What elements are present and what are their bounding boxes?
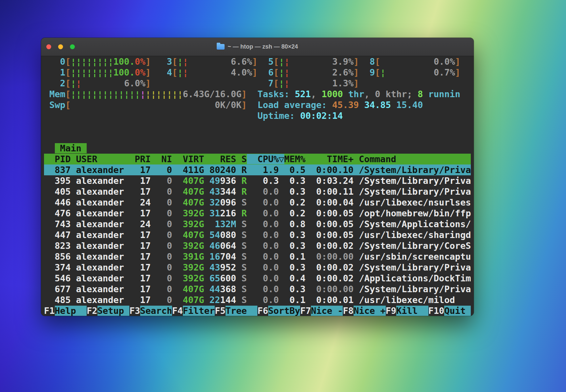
function-key-label-F10[interactable]: Quit <box>444 306 471 316</box>
mem-cell[interactable]: 0.3 <box>279 241 305 251</box>
process-row[interactable]: 823 alexander 17 0 392G 46064 S 0.0 0.3 … <box>44 240 471 251</box>
pri-cell[interactable]: 17 <box>129 208 151 218</box>
terminal-screen[interactable]: 0[¦¦¦¦¦¦¦¦100.0%] 3[¦¦ 6.6%] 5[¦¦ 3.9%] … <box>41 56 474 316</box>
zoom-button[interactable] <box>70 44 75 49</box>
function-key-label-F3[interactable]: Search <box>140 306 172 316</box>
state-cell[interactable]: R <box>236 186 247 197</box>
res-cell[interactable]: 132M <box>204 219 236 229</box>
mem-cell[interactable]: 0.4 <box>279 273 305 283</box>
virt-cell[interactable]: 392G <box>172 219 204 229</box>
cpu-cell[interactable]: 0.0 <box>247 251 279 262</box>
command-cell[interactable]: /usr/sbin/screencaptu <box>354 251 471 262</box>
process-row[interactable]: 677 alexander 17 0 407G 44368 S 0.0 0.3 … <box>44 284 471 294</box>
process-row[interactable]: 485 alexander 17 0 407G 22144 S 0.0 0.1 … <box>44 294 471 305</box>
virt-cell[interactable]: 407G <box>172 295 204 305</box>
function-key-label-F8[interactable]: Nice + <box>354 306 386 316</box>
virt-cell[interactable]: 407G <box>172 230 204 240</box>
time-cell[interactable]: 0:00.02 <box>306 241 354 251</box>
process-row[interactable]: 476 alexander 17 0 392G 31216 R 0.0 0.2 … <box>44 208 471 219</box>
pid-cell[interactable]: 405 <box>44 186 71 197</box>
state-cell[interactable]: S <box>236 284 247 294</box>
command-cell[interactable]: /System/Library/Priva <box>354 262 471 272</box>
terminal-text-segment[interactable]: PID USER PRI NI VIRT RES S <box>44 154 247 164</box>
function-key-F2[interactable]: F2 <box>87 306 98 316</box>
pid-cell[interactable]: 485 <box>44 295 71 305</box>
terminal-text-segment[interactable] <box>44 143 55 153</box>
pid-cell[interactable]: 395 <box>44 176 71 186</box>
ni-cell[interactable]: 0 <box>151 176 172 186</box>
minimize-button[interactable] <box>58 44 63 49</box>
res-cell[interactable]: 144 <box>220 295 236 305</box>
state-cell[interactable]: S <box>236 262 247 272</box>
res-cell[interactable]: 096 <box>220 197 236 207</box>
process-row[interactable]: 546 alexander 17 0 392G 65600 S 0.0 0.4 … <box>44 273 471 284</box>
terminal-text-segment[interactable]: CPU%▽ <box>247 154 284 164</box>
time-cell[interactable]: 0:00.04 <box>306 197 354 207</box>
user-cell[interactable]: alexander <box>71 273 129 283</box>
state-cell[interactable]: S <box>236 273 247 283</box>
pri-cell[interactable]: 17 <box>129 186 151 197</box>
pid-cell[interactable]: 447 <box>44 230 71 240</box>
ni-cell[interactable]: 0 <box>151 251 172 262</box>
process-row[interactable]: 446 alexander 24 0 407G 32096 S 0.0 0.2 … <box>44 197 471 208</box>
process-row[interactable]: 447 alexander 17 0 407G 54080 S 0.0 0.3 … <box>44 229 471 240</box>
pri-cell[interactable]: 17 <box>129 251 151 262</box>
mem-cell[interactable]: 0.3 <box>279 176 305 186</box>
terminal-text-segment[interactable]: MEM% TIME+ Command <box>284 154 471 164</box>
function-key-label-F1[interactable]: Help <box>55 306 87 316</box>
virt-cell[interactable]: 392G <box>172 262 204 272</box>
res-cell[interactable]: 16 <box>204 251 220 262</box>
command-cell[interactable]: /System/Library/Priva <box>354 186 471 197</box>
pid-cell[interactable]: 446 <box>44 197 71 207</box>
close-button[interactable] <box>46 44 51 49</box>
pid-cell[interactable]: 856 <box>44 251 71 262</box>
pid-cell[interactable]: 823 <box>44 241 71 251</box>
function-key-F10[interactable]: F10 <box>428 306 445 316</box>
command-cell[interactable]: /System/Applications/ <box>354 219 471 229</box>
cpu-cell[interactable]: 0.0 <box>247 284 279 294</box>
function-key-label-F2[interactable]: Setup <box>98 306 130 316</box>
user-cell[interactable]: alexander <box>71 208 129 218</box>
pri-cell[interactable]: 24 <box>129 219 151 229</box>
time-cell[interactable]: 0:00.00 <box>306 251 354 262</box>
pri-cell[interactable]: 17 <box>129 284 151 294</box>
virt-cell[interactable]: 392G <box>172 273 204 283</box>
time-cell[interactable]: 0:00.00 <box>306 284 354 294</box>
mem-cell[interactable]: 0.2 <box>279 208 305 218</box>
virt-cell[interactable]: 407G <box>172 197 204 207</box>
function-key-F5[interactable]: F5 <box>215 306 226 316</box>
command-cell[interactable]: /Applications/DockTim <box>354 273 471 283</box>
state-cell[interactable]: S <box>236 251 247 262</box>
ni-cell[interactable]: 0 <box>151 219 172 229</box>
res-cell[interactable]: 080 <box>220 230 236 240</box>
res-cell[interactable]: 216 <box>220 208 236 218</box>
pri-cell[interactable]: 17 <box>129 230 151 240</box>
state-cell[interactable]: S <box>236 230 247 240</box>
time-cell[interactable]: 0:00.02 <box>306 262 354 272</box>
mem-cell[interactable]: 0.2 <box>279 197 305 207</box>
process-row[interactable]: 743 alexander 24 0 392G 132M S 0.0 0.8 0… <box>44 219 471 229</box>
res-cell[interactable]: 43 <box>204 186 220 197</box>
command-cell[interactable]: /usr/libexec/nsurlses <box>354 197 471 207</box>
process-row[interactable]: 395 alexander 17 0 407G 49936 R 0.3 0.3 … <box>44 175 471 186</box>
virt-cell[interactable]: 392G <box>172 208 204 218</box>
virt-cell[interactable]: 407G <box>172 186 204 197</box>
ni-cell[interactable]: 0 <box>151 186 172 197</box>
res-cell[interactable]: 31 <box>204 208 220 218</box>
user-cell[interactable]: alexander <box>71 251 129 262</box>
function-key-F7[interactable]: F7 <box>300 306 311 316</box>
pid-cell[interactable]: 546 <box>44 273 71 283</box>
selected-process-row-text[interactable]: 837 alexander 17 0 411G 80240 R 1.9 0.5 … <box>44 165 471 175</box>
state-cell[interactable]: S <box>236 295 247 305</box>
process-table-header[interactable]: PID USER PRI NI VIRT RES S CPU%▽MEM% TIM… <box>44 154 471 164</box>
user-cell[interactable]: alexander <box>71 262 129 272</box>
user-cell[interactable]: alexander <box>71 284 129 294</box>
user-cell[interactable]: alexander <box>71 241 129 251</box>
function-key-F3[interactable]: F3 <box>129 306 140 316</box>
ni-cell[interactable]: 0 <box>151 230 172 240</box>
function-key-F6[interactable]: F6 <box>257 306 268 316</box>
function-key-label-F5[interactable]: Tree <box>226 306 258 316</box>
function-key-F9[interactable]: F9 <box>386 306 397 316</box>
res-cell[interactable]: 44 <box>204 284 220 294</box>
cpu-cell[interactable]: 0.0 <box>247 230 279 240</box>
